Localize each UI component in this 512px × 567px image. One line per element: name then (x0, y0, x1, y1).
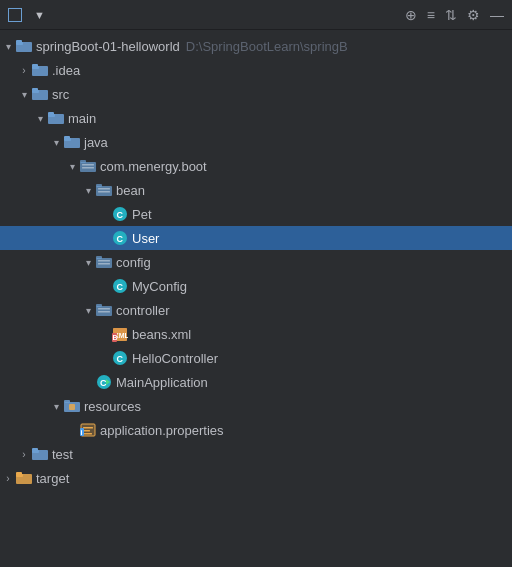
folder-orange-icon (16, 470, 32, 486)
svg-rect-29 (98, 260, 110, 262)
chevron-icon[interactable] (80, 374, 96, 390)
class-icon: C (112, 278, 128, 294)
item-label: springBoot-01-helloworld (36, 39, 180, 54)
package-icon (96, 254, 112, 270)
item-label: controller (116, 303, 169, 318)
tree-item-test[interactable]: › test (0, 442, 512, 466)
chevron-icon[interactable]: › (16, 446, 32, 462)
svg-rect-8 (32, 88, 38, 91)
tree-item-bean[interactable]: ▾ bean (0, 178, 512, 202)
package-icon (96, 302, 112, 318)
tree-item-HelloController[interactable]: C HelloController (0, 346, 512, 370)
chevron-icon[interactable]: ▾ (80, 254, 96, 270)
item-label: test (52, 447, 73, 462)
item-label: java (84, 135, 108, 150)
tree-item-target[interactable]: › target (0, 466, 512, 490)
tree-item-MyConfig[interactable]: C MyConfig (0, 274, 512, 298)
chevron-icon[interactable]: ▾ (48, 134, 64, 150)
close-icon[interactable]: — (490, 7, 504, 23)
chevron-icon[interactable]: ▾ (16, 86, 32, 102)
chevron-icon[interactable] (96, 326, 112, 342)
tree-item--idea[interactable]: › .idea (0, 58, 512, 82)
properties-icon: i (80, 422, 96, 438)
tree-item-java[interactable]: ▾ java (0, 130, 512, 154)
chevron-icon[interactable]: › (16, 62, 32, 78)
item-label: .idea (52, 63, 80, 78)
item-label: target (36, 471, 69, 486)
svg-rect-54 (83, 433, 92, 435)
svg-rect-52 (83, 427, 93, 429)
chevron-icon[interactable]: › (0, 470, 16, 486)
svg-rect-2 (16, 40, 22, 43)
svg-rect-16 (80, 160, 86, 163)
item-label: src (52, 87, 69, 102)
svg-text:C: C (117, 234, 124, 244)
chevron-icon[interactable] (64, 422, 80, 438)
svg-text:C: C (117, 210, 124, 220)
globe-icon[interactable]: ⊕ (405, 7, 417, 23)
svg-rect-5 (32, 64, 38, 67)
settings-icon[interactable]: ⚙ (467, 7, 480, 23)
svg-rect-35 (98, 308, 110, 310)
svg-rect-53 (83, 430, 90, 432)
title-bar: ▼ ⊕ ≡ ⇅ ⚙ — (0, 0, 512, 30)
item-label: beans.xml (132, 327, 191, 342)
item-label: bean (116, 183, 145, 198)
svg-rect-11 (48, 112, 54, 115)
chevron-icon[interactable]: ▾ (32, 110, 48, 126)
chevron-icon[interactable]: ▾ (0, 38, 16, 54)
svg-rect-36 (98, 311, 110, 313)
tree-item-resources[interactable]: ▾ resources (0, 394, 512, 418)
svg-text:C: C (117, 354, 124, 364)
chevron-icon[interactable]: ▾ (64, 158, 80, 174)
class-icon: C (112, 206, 128, 222)
chevron-icon[interactable] (96, 206, 112, 222)
tree-item-main[interactable]: ▾ main (0, 106, 512, 130)
tree-item-config[interactable]: ▾ config (0, 250, 512, 274)
svg-text:C: C (100, 378, 107, 388)
title-dropdown-arrow[interactable]: ▼ (34, 9, 45, 21)
folder-resource-icon (64, 398, 80, 414)
tree-item-com-menergy-boot[interactable]: ▾ com.menergy.boot (0, 154, 512, 178)
list-icon[interactable]: ≡ (427, 7, 435, 23)
tree-item-MainApplication[interactable]: C MainApplication (0, 370, 512, 394)
svg-text:C: C (117, 282, 124, 292)
project-tree: ▾ springBoot-01-helloworldD:\SpringBootL… (0, 30, 512, 567)
package-icon (96, 182, 112, 198)
item-label: MainApplication (116, 375, 208, 390)
item-label: MyConfig (132, 279, 187, 294)
item-label: application.properties (100, 423, 224, 438)
path-hint: D:\SpringBootLearn\springB (186, 39, 348, 54)
svg-rect-22 (98, 191, 110, 193)
tree-item-application-properties[interactable]: i application.properties (0, 418, 512, 442)
tree-item-controller[interactable]: ▾ controller (0, 298, 512, 322)
tree-item-springBoot-01-helloworld[interactable]: ▾ springBoot-01-helloworldD:\SpringBootL… (0, 34, 512, 58)
chevron-icon[interactable] (96, 350, 112, 366)
folder-icon (64, 134, 80, 150)
tree-item-User[interactable]: C User (0, 226, 512, 250)
svg-rect-30 (98, 263, 110, 265)
item-label: com.menergy.boot (100, 159, 207, 174)
chevron-icon[interactable]: ▾ (48, 398, 64, 414)
project-icon (8, 8, 22, 22)
tree-item-beans-xml[interactable]: XML B beans.xml (0, 322, 512, 346)
svg-text:B: B (113, 334, 118, 341)
svg-rect-62 (16, 472, 22, 475)
package-icon (80, 158, 96, 174)
svg-rect-49 (69, 404, 75, 410)
tree-item-src[interactable]: ▾ src (0, 82, 512, 106)
chevron-icon[interactable] (96, 278, 112, 294)
class-icon: C (112, 230, 128, 246)
svg-rect-34 (96, 304, 102, 307)
svg-rect-59 (32, 448, 38, 451)
svg-rect-17 (82, 164, 94, 166)
item-label: resources (84, 399, 141, 414)
class-icon: C (112, 350, 128, 366)
filter-icon[interactable]: ⇅ (445, 7, 457, 23)
tree-item-Pet[interactable]: C Pet (0, 202, 512, 226)
chevron-icon[interactable] (96, 230, 112, 246)
svg-rect-28 (96, 256, 102, 259)
chevron-icon[interactable]: ▾ (80, 182, 96, 198)
svg-rect-20 (96, 184, 102, 187)
chevron-icon[interactable]: ▾ (80, 302, 96, 318)
